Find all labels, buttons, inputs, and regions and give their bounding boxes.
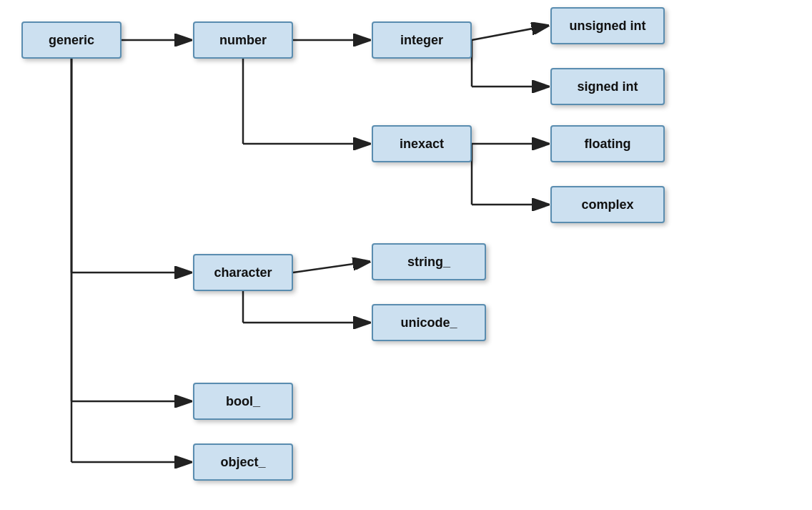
node-integer: integer [372,21,472,59]
node-string: string_ [372,243,486,280]
node-character: character [193,254,293,291]
diagram-container: generic number integer unsigned int sign… [0,0,812,510]
node-number: number [193,21,293,59]
node-complex: complex [550,186,665,223]
svg-line-13 [293,262,369,273]
node-signed-int: signed int [550,68,665,105]
node-object: object_ [193,443,293,481]
node-generic: generic [21,21,122,59]
node-unicode: unicode_ [372,304,486,341]
node-unsigned-int: unsigned int [550,7,665,44]
node-bool: bool_ [193,383,293,420]
node-inexact: inexact [372,125,472,162]
node-floating: floating [550,125,665,162]
svg-line-3 [472,26,548,40]
